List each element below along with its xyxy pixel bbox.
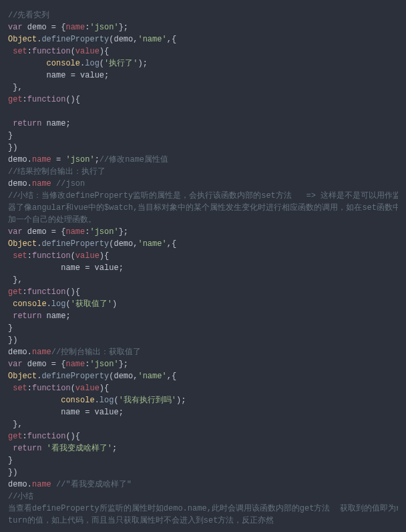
code-token-plain: name [41, 311, 65, 321]
code-token-punctuation: ); [176, 396, 186, 405]
code-line: 器了像angular和vue中的$watch,当目标对象中的某个属性发生变化时进… [8, 202, 398, 214]
code-token-plain [41, 444, 46, 453]
code-token-function-name: log [51, 299, 66, 309]
code-token-punctuation: . [27, 179, 32, 188]
code-line: //小结：当修改defineProperty监听的属性是，会执行该函数内部的se… [8, 190, 398, 202]
code-token-punctuation: }; [119, 23, 128, 32]
code-token-punctuation: ( [114, 396, 118, 405]
code-token-punctuation: . [27, 155, 32, 164]
code-token-property: name [32, 155, 51, 164]
code-line: name = value; [8, 262, 398, 274]
code-token-punctuation: ){ [99, 251, 109, 261]
code-token-plain: name [41, 119, 65, 128]
code-token-punctuation: ; [119, 263, 124, 273]
code-token-plain: demo [114, 239, 133, 249]
code-line: return name; [8, 118, 398, 130]
code-token-string: '获取值了' [71, 299, 112, 309]
code-token-punctuation: ( [65, 299, 70, 309]
code-token-keyword: var [8, 227, 23, 237]
code-token-punctuation: ( [99, 59, 104, 68]
code-token-punctuation: (){ [65, 432, 80, 441]
code-token-punctuation: ,{ [167, 35, 176, 44]
code-line: set:function(value){ [8, 45, 398, 57]
code-line: name = value; [8, 70, 398, 82]
code-line: }, [8, 418, 398, 430]
code-token-comment: 当查看defineProperty所监听的属性时如demo.name,此时会调用… [8, 504, 398, 513]
code-token-punctuation: }) [8, 336, 17, 345]
code-token-punctuation: } [8, 323, 13, 333]
code-token-comment: //"看我变成啥样了" [56, 480, 132, 489]
code-token-plain: demo [114, 35, 133, 44]
code-line: set:function(value){ [8, 382, 398, 394]
code-line: demo.name //"看我变成啥样了" [8, 479, 398, 491]
code-token-keyword: return [13, 119, 41, 128]
code-token-punctuation: : [23, 432, 27, 441]
code-token-string: 'name' [138, 239, 166, 249]
code-token-property: get [8, 95, 23, 104]
code-token-punctuation: ( [71, 251, 75, 261]
code-line: //小结 [8, 491, 398, 503]
code-token-keyword: function [32, 384, 71, 393]
code-token-keyword: return [13, 311, 41, 321]
code-token-punctuation: ( [71, 47, 75, 56]
code-line: get:function(){ [8, 94, 398, 106]
code-token-punctuation: ){ [99, 47, 109, 56]
code-line: return '看我变成啥样了'; [8, 442, 398, 454]
code-line: } [8, 322, 398, 334]
code-line: var demo = {name:'json'}; [8, 358, 398, 370]
code-token-punctuation: } [8, 456, 13, 465]
code-token-punctuation: = { [51, 227, 66, 237]
code-line: 加一个自己的处理函数。 [8, 214, 398, 226]
code-token-string: '看我变成啥样了' [47, 444, 112, 453]
code-line: name = value; [8, 406, 398, 418]
code-token-comment: //小结：当修改defineProperty监听的属性是，会执行该函数内部的se… [8, 191, 398, 201]
code-line: }, [8, 274, 398, 286]
code-token-punctuation: ; [104, 71, 109, 80]
code-line: }) [8, 467, 398, 479]
code-token-function-name: defineProperty [41, 35, 109, 44]
code-line: Object.defineProperty(demo,'name',{ [8, 33, 398, 45]
code-token-punctuation: ,{ [167, 239, 176, 249]
code-token-plain: value [75, 71, 104, 80]
code-token-punctuation: = { [51, 23, 66, 32]
code-token-keyword: function [32, 251, 71, 261]
code-token-comment: turn的值，如上代码，而且当只获取属性时不会进入到set方法，反正亦然 [8, 516, 274, 525]
code-token-string: '执行了' [104, 59, 138, 68]
code-line: console.log('获取值了') [8, 298, 398, 310]
code-token-punctuation: } [8, 131, 13, 140]
code-token-object: Object [8, 239, 37, 249]
code-token-punctuation: : [23, 95, 27, 104]
code-line: }) [8, 142, 398, 154]
code-token-punctuation: ); [138, 59, 147, 68]
code-line: demo.name = 'json';//修改name属性值 [8, 154, 398, 166]
code-token-punctuation: : [27, 47, 32, 56]
code-line: 当查看defineProperty所监听的属性时如demo.name,此时会调用… [8, 503, 398, 515]
code-token-punctuation: ,{ [167, 372, 176, 381]
code-token-keyword: function [27, 287, 66, 297]
code-token-punctuation: (){ [65, 95, 80, 104]
code-token-variable: value [75, 47, 99, 56]
code-token-keyword: var [8, 360, 23, 369]
code-token-punctuation: }, [13, 83, 22, 92]
code-token-property: name [65, 360, 85, 369]
code-token-punctuation: ( [71, 384, 75, 393]
code-token-punctuation: = [71, 71, 75, 80]
code-token-plain: demo [8, 155, 27, 164]
code-token-property: set [13, 251, 27, 261]
code-token-plain: value [89, 408, 118, 417]
code-token-punctuation: }, [13, 275, 22, 285]
code-line: } [8, 454, 398, 467]
code-token-punctuation: ; [65, 311, 70, 321]
code-line: //结果控制台输出：执行了 [8, 166, 398, 178]
code-line: turn的值，如上代码，而且当只获取属性时不会进入到set方法，反正亦然 [8, 515, 398, 527]
code-token-function-name: log [85, 59, 99, 68]
code-token-property: name [32, 179, 51, 188]
code-token-variable: value [75, 384, 99, 393]
code-line [8, 106, 398, 118]
code-token-punctuation: }; [119, 360, 128, 369]
code-token-keyword: function [27, 95, 66, 104]
code-token-punctuation: . [47, 299, 51, 309]
code-token-object: Object [8, 372, 37, 381]
code-token-object: Object [8, 35, 37, 44]
code-token-property: get [8, 432, 23, 441]
